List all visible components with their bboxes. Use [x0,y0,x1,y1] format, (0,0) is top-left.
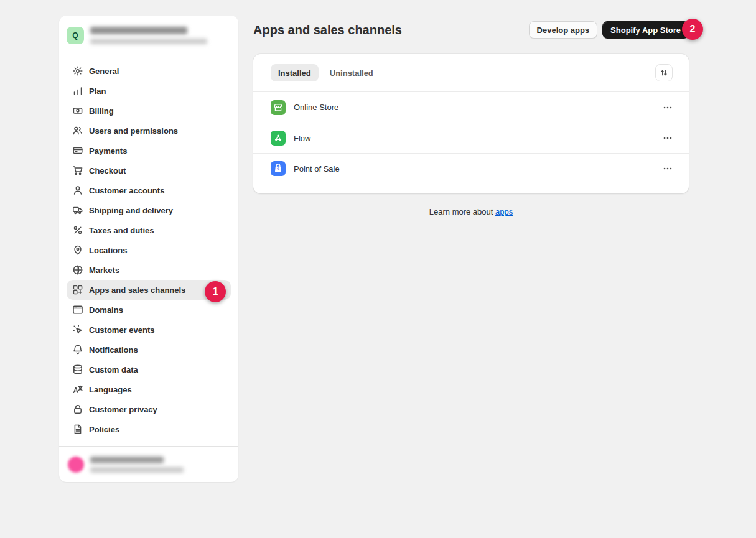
banknote-icon [72,104,84,117]
learn-more-text: Learn more about apps [253,207,689,216]
people-icon [72,124,84,137]
sidebar-item-locations[interactable]: Locations [67,240,231,260]
app-name: Point of Sale [294,164,340,174]
sidebar-item-notifications[interactable]: Notifications [67,340,231,359]
sidebar-item-customer-events[interactable]: Customer events [67,320,231,340]
bell-icon [72,343,84,356]
header-actions: Develop apps Shopify App Store [529,21,689,39]
app-row-menu-button[interactable] [659,160,676,177]
app-row-online-store[interactable]: Online Store [253,92,689,123]
person-icon [72,184,84,197]
user-account[interactable] [59,446,238,482]
pos-icon: S [271,161,286,176]
sidebar-item-label: Notifications [89,345,138,355]
sidebar-item-label: Checkout [89,166,126,175]
sidebar-item-languages[interactable]: Languages [67,379,231,399]
sidebar-item-label: Customer privacy [89,405,157,414]
sidebar-item-markets[interactable]: Markets [67,260,231,280]
sidebar-item-label: Billing [89,106,114,116]
tab-installed[interactable]: Installed [271,64,319,81]
sidebar-item-label: Custom data [89,365,138,374]
ellipsis-icon [662,163,673,174]
apps-list: Online StoreFlowSPoint of Sale [253,92,689,183]
develop-apps-button[interactable]: Develop apps [529,21,598,39]
cart-icon [72,164,84,177]
sidebar-item-customer-accounts[interactable]: Customer accounts [67,180,231,200]
store-email-redacted [90,39,207,44]
sidebar-item-payments[interactable]: Payments [67,141,231,160]
online-store-icon [271,100,286,115]
bar-chart-icon [72,85,84,97]
sidebar-item-label: Policies [89,425,119,434]
app-row-flow[interactable]: Flow [253,123,689,153]
sidebar-item-shipping-and-delivery[interactable]: Shipping and delivery [67,200,231,220]
store-identity [90,27,207,44]
app-row-menu-button[interactable] [659,129,676,147]
sidebar-item-label: Domains [89,305,123,315]
credit-card-icon [72,144,84,157]
database-icon [72,363,84,376]
user-email-redacted [90,467,184,473]
shopify-app-store-button[interactable]: Shopify App Store [602,21,689,39]
apps-card: Installed Uninstalled Online StoreFlowSP… [253,54,689,193]
sidebar-item-label: Customer accounts [89,186,164,195]
tab-uninstalled[interactable]: Uninstalled [322,64,381,81]
sidebar-item-plan[interactable]: Plan [67,81,231,101]
store-switcher[interactable]: Q [59,16,238,55]
sidebar-item-label: General [89,67,119,76]
user-avatar [68,457,84,473]
sidebar-item-billing[interactable]: Billing [67,101,231,121]
shopify-settings-page: Q GeneralPlanBillingUsers and permission… [0,0,756,538]
user-name-redacted [90,457,164,463]
sidebar-item-label: Plan [89,86,106,96]
flow-icon [271,131,286,146]
sidebar-item-label: Languages [89,385,132,394]
sidebar-item-label: Payments [89,146,127,155]
sort-arrows-icon [659,68,669,78]
gear-icon [72,65,84,77]
sidebar-item-checkout[interactable]: Checkout [67,160,231,180]
sidebar-item-policies[interactable]: Policies [67,419,231,439]
app-name: Flow [294,134,310,143]
window-icon [72,304,84,316]
app-row-menu-button[interactable] [659,99,676,116]
user-identity [90,457,184,473]
sidebar-item-label: Taxes and duties [89,226,154,235]
app-name: Online Store [294,103,338,112]
document-icon [72,423,84,435]
app-grid-icon [72,284,84,296]
ellipsis-icon [662,132,673,144]
settings-sidebar: Q GeneralPlanBillingUsers and permission… [59,16,238,482]
store-name-redacted [90,27,187,34]
sidebar-item-general[interactable]: General [67,61,231,81]
settings-nav: GeneralPlanBillingUsers and permissionsP… [59,55,238,446]
location-pin-icon [72,244,84,256]
sidebar-item-label: Locations [89,246,127,255]
store-avatar-initial: Q [72,31,78,40]
translate-icon [72,383,84,396]
percent-icon [72,224,84,236]
page-title: Apps and sales channels [253,23,402,37]
apps-card-tabs: Installed Uninstalled [253,54,689,92]
sort-button[interactable] [655,64,673,81]
ellipsis-icon [662,102,673,113]
sidebar-item-label: Customer events [89,325,154,335]
main-content: Apps and sales channels Develop apps Sho… [253,16,689,216]
store-avatar: Q [67,27,84,44]
learn-more-prefix: Learn more about [429,207,495,216]
sidebar-item-label: Users and permissions [89,126,178,136]
sidebar-item-domains[interactable]: Domains [67,300,231,320]
sidebar-item-label: Markets [89,266,119,275]
sidebar-item-customer-privacy[interactable]: Customer privacy [67,399,231,419]
sidebar-item-custom-data[interactable]: Custom data [67,359,231,379]
app-row-point-of-sale[interactable]: SPoint of Sale [253,153,689,183]
globe-icon [72,264,84,276]
sidebar-item-taxes-and-duties[interactable]: Taxes and duties [67,220,231,240]
sidebar-item-users-and-permissions[interactable]: Users and permissions [67,121,231,141]
cursor-click-icon [72,323,84,336]
truck-icon [72,204,84,216]
sidebar-item-label: Shipping and delivery [89,206,173,215]
apps-link[interactable]: apps [495,207,513,216]
svg-text:S: S [277,167,279,171]
page-header: Apps and sales channels Develop apps Sho… [253,16,689,44]
